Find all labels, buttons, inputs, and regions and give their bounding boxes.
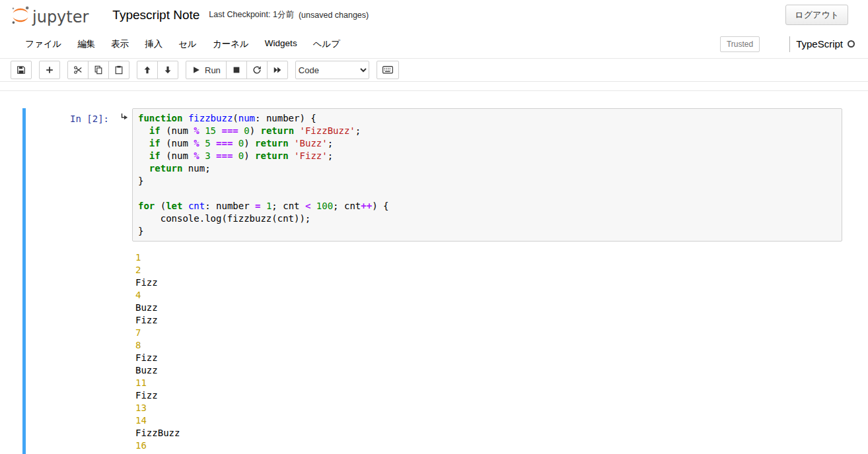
code-line: } xyxy=(138,175,842,187)
jupyter-logo-icon xyxy=(11,5,30,25)
code-cell[interactable]: In [2]: function fizzbuzz(num: number) {… xyxy=(22,108,842,454)
autosave-status: (unsaved changes) xyxy=(299,11,369,20)
menu-item-kernel[interactable]: カーネル xyxy=(205,38,257,50)
code-line: return num; xyxy=(138,162,842,175)
command-palette-button[interactable] xyxy=(377,61,399,79)
output-line: Fizz xyxy=(135,352,842,364)
cell-output: 12Fizz4BuzzFizz78FizzBuzz11Fizz1314FizzB… xyxy=(135,251,842,452)
restart-run-all-button[interactable] xyxy=(267,61,288,79)
run-cell-arrow-icon[interactable] xyxy=(120,113,129,122)
code-line: if (num % 15 === 0) return 'FizzBuzz'; xyxy=(138,125,842,137)
kernel-name: TypeScript xyxy=(796,38,843,49)
add-cell-button[interactable] xyxy=(39,61,60,79)
output-line: 2 xyxy=(135,264,842,276)
menu-item-view[interactable]: 表示 xyxy=(103,38,137,50)
output-line: 13 xyxy=(135,402,842,414)
cut-cell-button[interactable] xyxy=(67,61,89,79)
output-line: 11 xyxy=(135,377,842,389)
cell-type-select[interactable]: Code xyxy=(295,61,369,79)
save-button[interactable] xyxy=(11,61,32,79)
output-line: 8 xyxy=(135,339,842,352)
code-line: console.log(fizzbuzz(cnt)); xyxy=(138,212,842,225)
jupyter-app: jupyter Typescript Note Last Checkpoint:… xyxy=(0,0,868,454)
move-down-icon xyxy=(163,65,172,75)
output-line: 14 xyxy=(135,414,842,427)
input-prompt: In [2]: xyxy=(70,113,109,124)
output-line: Fizz xyxy=(135,314,842,327)
code-line: function fizzbuzz(num: number) { xyxy=(138,112,842,125)
notebook-area: In [2]: function fizzbuzz(num: number) {… xyxy=(0,91,868,454)
menu-item-cell[interactable]: セル xyxy=(170,38,205,50)
jupyter-logo-text: jupyter xyxy=(32,9,89,25)
restart-kernel-icon xyxy=(252,65,262,75)
interrupt-kernel-button[interactable] xyxy=(226,61,247,79)
menubar: ファイル 編集 表示 挿入 セル カーネル Widgets ヘルプ Truste… xyxy=(0,30,868,59)
code-line xyxy=(138,187,842,200)
restart-kernel-button[interactable] xyxy=(246,61,268,79)
add-cell-icon xyxy=(45,65,54,75)
menu-item-edit[interactable]: 編集 xyxy=(69,38,103,50)
paste-cell-icon xyxy=(114,65,124,75)
move-cell-up-button[interactable] xyxy=(137,61,158,79)
menu-item-widgets[interactable]: Widgets xyxy=(257,38,305,50)
output-line: Fizz xyxy=(135,389,842,402)
menu-item-help[interactable]: ヘルプ xyxy=(305,38,348,50)
kernel-separator xyxy=(789,36,790,52)
cell-input-row: In [2]: function fizzbuzz(num: number) {… xyxy=(26,108,842,242)
jupyter-logo[interactable]: jupyter xyxy=(11,5,89,25)
copy-cell-icon xyxy=(94,65,103,75)
cut-cell-icon xyxy=(73,65,83,75)
notebook-title[interactable]: Typescript Note xyxy=(112,8,199,22)
menu-item-file[interactable]: ファイル xyxy=(17,38,69,50)
run-button[interactable]: Run xyxy=(186,61,227,79)
interrupt-kernel-icon xyxy=(232,65,241,75)
checkpoint-status: Last Checkpoint: 1分前 xyxy=(209,9,294,20)
restart-run-all-icon xyxy=(273,65,282,75)
output-line: 4 xyxy=(135,289,842,302)
kernel-idle-icon xyxy=(848,40,855,48)
output-line: FizzBuzz xyxy=(135,427,842,439)
copy-cell-button[interactable] xyxy=(88,61,109,79)
header-bottom-divider xyxy=(0,82,868,91)
kernel-indicator-area: Trusted TypeScript xyxy=(720,30,855,58)
move-up-icon xyxy=(143,65,152,75)
output-line: 16 xyxy=(135,439,842,452)
output-line: 1 xyxy=(135,251,842,264)
trusted-badge[interactable]: Trusted xyxy=(720,36,760,52)
keyboard-icon xyxy=(382,65,393,75)
code-line: if (num % 3 === 0) return 'Fizz'; xyxy=(138,150,842,162)
logout-button[interactable]: ログアウト xyxy=(785,5,848,25)
menu-item-insert[interactable]: 挿入 xyxy=(137,38,170,50)
run-button-label: Run xyxy=(205,65,221,75)
output-line: Buzz xyxy=(135,364,842,377)
move-cell-down-button[interactable] xyxy=(157,61,178,79)
output-line: 7 xyxy=(135,327,842,339)
paste-cell-button[interactable] xyxy=(108,61,129,79)
code-line: for (let cnt: number = 1; cnt < 100; cnt… xyxy=(138,200,842,212)
output-line: Buzz xyxy=(135,302,842,314)
run-icon xyxy=(192,65,201,75)
code-editor[interactable]: function fizzbuzz(num: number) { if (num… xyxy=(132,108,842,242)
save-icon xyxy=(17,65,26,75)
toolbar: Run Code xyxy=(0,59,868,82)
code-line: if (num % 5 === 0) return 'Buzz'; xyxy=(138,137,842,150)
header: jupyter Typescript Note Last Checkpoint:… xyxy=(0,0,868,30)
prompt-column: In [2]: xyxy=(26,108,132,242)
code-line: } xyxy=(138,225,842,238)
output-line: Fizz xyxy=(135,276,842,289)
